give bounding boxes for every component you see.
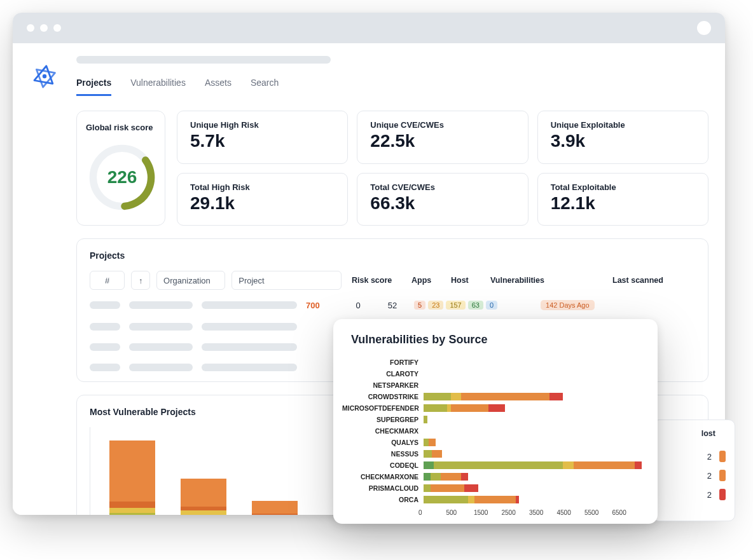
vbs-category-label: CHECKMARXONE (342, 473, 424, 481)
risk-gauge: 226 (86, 141, 158, 214)
vbs-bar (424, 439, 645, 446)
vbs-bar (424, 427, 645, 435)
vbs-category-label: QUALYS (342, 439, 424, 446)
vbs-category-label: NETSPARKER (342, 381, 424, 389)
vbs-bar-segment (461, 393, 549, 400)
severity-chip-icon (719, 451, 726, 462)
vbs-bar-segment (424, 439, 429, 446)
stat-value: 3.9k (551, 131, 695, 151)
col-apps: Apps (411, 276, 437, 285)
vbs-tick: 6500 (612, 509, 640, 516)
stats-grid: Unique High Risk5.7kUnique CVE/CWEs22.5k… (177, 111, 708, 226)
col-risk-score: Risk score (352, 276, 397, 285)
vbs-bar-segment (431, 484, 465, 492)
side-table-partial: lost 222 (653, 420, 735, 521)
vbs-category-label: SUPERGREP (342, 416, 424, 423)
window-max-icon[interactable] (53, 24, 61, 32)
app-logo-icon (31, 62, 59, 90)
vuln-badges: 523157630 (414, 301, 497, 310)
vbs-row: SUPERGREP (342, 414, 645, 425)
side-row: 2 (660, 485, 728, 504)
bar-segment (109, 440, 155, 502)
vbs-bar (424, 416, 645, 423)
tab-bar: ProjectsVulnerabilitiesAssetsSearch (76, 78, 708, 97)
col-vulnerabilities: Vulnerabilities (490, 276, 598, 285)
vbs-bar-segment (461, 473, 468, 481)
vbs-bar-segment (424, 416, 427, 423)
tab-projects[interactable]: Projects (76, 78, 111, 96)
vbs-tick: 1500 (474, 509, 502, 516)
severity-badge: 23 (428, 301, 443, 310)
sort-asc-icon[interactable]: ↑ (131, 271, 150, 290)
window-controls (27, 24, 61, 32)
vbs-bar (424, 473, 645, 481)
stat-card: Total High Risk29.1k (177, 173, 348, 226)
severity-badge: 63 (468, 301, 483, 310)
cell-placeholder (129, 323, 193, 331)
vbs-bar-segment (563, 461, 573, 469)
stat-label: Total CVE/CWEs (370, 182, 515, 192)
stat-card: Unique CVE/CWEs22.5k (357, 111, 528, 164)
bar-segment (252, 514, 298, 515)
vbs-tick: 3500 (529, 509, 557, 516)
vbs-bar-segment (441, 473, 461, 481)
vbs-tick: 0 (418, 509, 446, 516)
bar-segment (252, 501, 298, 514)
vbs-bar-segment (464, 484, 478, 492)
tab-assets[interactable]: Assets (205, 78, 231, 96)
vbs-x-axis: 0500150025003500450055006500 (424, 509, 645, 516)
stat-value: 29.1k (190, 193, 335, 214)
vbs-bar-segment (424, 404, 447, 412)
vbs-bar-segment (474, 496, 515, 503)
severity-badge: 0 (486, 301, 497, 310)
window-avatar-icon[interactable] (697, 21, 711, 35)
bar-segment (181, 479, 226, 507)
side-value: 2 (707, 490, 712, 500)
table-row[interactable]: 700 0 52 523157630 142 Days Ago (90, 294, 695, 317)
chart-bar (252, 501, 298, 515)
filter-index[interactable]: # (90, 271, 125, 290)
vbs-bar-segment (432, 450, 442, 458)
projects-title: Projects (90, 250, 695, 261)
vbs-bar (424, 393, 645, 400)
vbs-bar-segment (516, 496, 519, 503)
vbs-bar-segment (424, 496, 468, 503)
stat-label: Total Exploitable (551, 182, 695, 192)
vbs-category-label: CLAROTY (342, 370, 424, 378)
vbs-tick: 5500 (584, 509, 612, 516)
vbs-tick: 4500 (557, 509, 585, 516)
stat-value: 12.1k (551, 193, 695, 214)
vbs-row: NETSPARKER (342, 379, 645, 391)
vbs-bar-segment (549, 393, 563, 400)
vulnerabilities-by-source-panel: Vulnerabilities by Source FORTIFYCLAROTY… (333, 319, 658, 524)
window-min-icon[interactable] (40, 24, 48, 32)
vbs-bar-segment (429, 439, 436, 446)
vbs-row: NESSUS (342, 448, 645, 460)
vbs-row: MICROSOFTDEFENDER (342, 402, 645, 414)
stat-card: Unique High Risk5.7k (177, 111, 348, 164)
vbs-bar (424, 484, 645, 492)
vbs-bar-segment (468, 496, 475, 503)
vbs-category-label: CROWDSTRIKE (342, 393, 424, 400)
vbs-bar-segment (635, 461, 642, 469)
vbs-row: CODEQL (342, 460, 645, 471)
vbs-row: FORTIFY (342, 357, 645, 368)
vbs-bar (424, 370, 645, 378)
chart-bar (109, 440, 155, 515)
stat-value: 5.7k (190, 131, 335, 151)
cell-last-scanned: 142 Days Ago (541, 300, 595, 310)
tab-vulnerabilities[interactable]: Vulnerabilities (130, 78, 186, 96)
vbs-bar-segment (431, 473, 441, 481)
vbs-bar (424, 359, 645, 366)
vbs-row: PRISMACLOUD (342, 482, 645, 494)
tab-search[interactable]: Search (251, 78, 279, 96)
cell-placeholder (202, 364, 297, 371)
filter-project[interactable]: Project (231, 271, 342, 290)
filter-organization[interactable]: Organization (156, 271, 225, 290)
vbs-bar-segment (424, 473, 431, 481)
breadcrumb-placeholder (76, 56, 331, 64)
svg-point-0 (43, 74, 46, 78)
cell-placeholder (202, 323, 297, 331)
risk-score-value: 226 (107, 167, 137, 188)
window-close-icon[interactable] (27, 24, 34, 32)
